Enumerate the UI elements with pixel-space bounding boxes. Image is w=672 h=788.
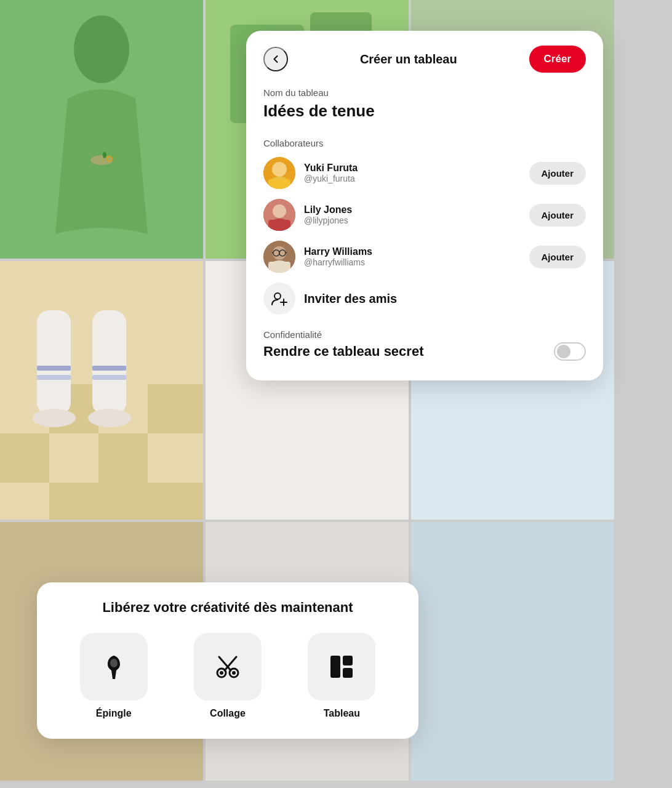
- bg-tile-bot-right: [411, 522, 614, 781]
- privacy-section: Confidentialité Rendre ce tableau secret: [263, 329, 586, 361]
- creative-icons-row: Épingle Collage: [57, 633, 399, 719]
- pin-icon: [99, 652, 129, 681]
- collab-info-harry: Harry Williams @harryfwilliams: [304, 246, 529, 267]
- collage-icon-box: [194, 633, 262, 701]
- svg-rect-21: [0, 483, 49, 520]
- svg-rect-19: [98, 433, 148, 483]
- svg-point-57: [110, 659, 118, 667]
- svg-rect-28: [92, 375, 126, 380]
- board-name-value: Idées de tenue: [263, 102, 586, 121]
- svg-rect-22: [49, 483, 98, 520]
- svg-point-1: [74, 15, 129, 83]
- collab-info-lily: Lily Jones @lilypjones: [304, 204, 529, 225]
- invite-text: Inviter des amis: [304, 292, 397, 306]
- collab-name-harry: Harry Williams: [304, 246, 529, 257]
- collaborators-label: Collaborateurs: [263, 138, 586, 148]
- svg-line-52: [286, 252, 287, 253]
- svg-rect-35: [411, 522, 614, 781]
- svg-point-61: [220, 671, 223, 675]
- add-button-lily[interactable]: Ajouter: [529, 204, 586, 227]
- collab-info-yuki: Yuki Furuta @yuki_furuta: [304, 163, 529, 183]
- avatar-harry: [263, 241, 295, 273]
- svg-rect-16: [148, 384, 203, 433]
- svg-rect-18: [49, 433, 98, 483]
- svg-rect-17: [0, 433, 49, 483]
- svg-rect-23: [37, 310, 71, 415]
- collab-handle-lily: @lilypjones: [304, 215, 529, 225]
- svg-rect-66: [343, 656, 353, 665]
- tableau-icon-box: [308, 633, 375, 701]
- board-name-label: Nom du tableau: [263, 87, 586, 98]
- add-button-harry[interactable]: Ajouter: [529, 246, 586, 268]
- tableau-label: Tableau: [324, 708, 360, 719]
- collaborator-row-yuki: Yuki Furuta @yuki_furuta Ajouter: [263, 157, 586, 189]
- panel-title: Créer un tableau: [360, 52, 457, 66]
- svg-rect-43: [268, 220, 290, 231]
- create-board-panel: Créer un tableau Créer Nom du tableau Id…: [246, 31, 603, 380]
- invite-row[interactable]: Inviter des amis: [263, 283, 586, 315]
- add-button-yuki[interactable]: Ajouter: [529, 162, 586, 185]
- collage-label: Collage: [210, 708, 246, 719]
- svg-rect-24: [92, 310, 126, 415]
- creative-item-collage[interactable]: Collage: [194, 633, 262, 719]
- svg-rect-27: [92, 366, 126, 371]
- epingle-label: Épingle: [96, 708, 132, 719]
- svg-rect-25: [37, 366, 71, 371]
- svg-rect-65: [330, 656, 340, 678]
- collab-handle-harry: @harryfwilliams: [304, 257, 529, 267]
- bg-tile-feet: [0, 261, 203, 520]
- privacy-title: Rendre ce tableau secret: [263, 344, 423, 360]
- create-button[interactable]: Créer: [529, 46, 586, 73]
- creative-card-title: Libérez votre créativité dès maintenant: [57, 600, 399, 616]
- creative-item-epingle[interactable]: Épingle: [80, 633, 148, 719]
- privacy-row: Rendre ce tableau secret: [263, 342, 586, 361]
- svg-rect-20: [148, 433, 203, 483]
- secret-toggle[interactable]: [554, 342, 586, 361]
- svg-point-37: [272, 162, 287, 177]
- scissors-icon: [213, 652, 242, 681]
- collaborator-row-harry: Harry Williams @harryfwilliams Ajouter: [263, 241, 586, 273]
- svg-point-30: [88, 409, 131, 427]
- svg-point-29: [33, 409, 76, 427]
- svg-point-41: [273, 204, 286, 218]
- svg-point-53: [274, 293, 281, 299]
- svg-point-62: [232, 671, 236, 675]
- epingle-icon-box: [80, 633, 148, 701]
- svg-line-51: [272, 252, 273, 253]
- creative-card: Libérez votre créativité dès maintenant …: [37, 582, 418, 739]
- svg-point-4: [103, 152, 106, 158]
- svg-rect-47: [268, 262, 290, 273]
- collab-name-lily: Lily Jones: [304, 204, 529, 215]
- svg-rect-39: [268, 179, 290, 189]
- back-button[interactable]: [263, 47, 288, 71]
- svg-rect-67: [343, 668, 353, 678]
- creative-item-tableau[interactable]: Tableau: [308, 633, 375, 719]
- collaborator-row-lily: Lily Jones @lilypjones Ajouter: [263, 199, 586, 231]
- invite-icon: [263, 283, 295, 315]
- toggle-thumb: [557, 345, 570, 358]
- collab-name-yuki: Yuki Furuta: [304, 163, 529, 174]
- svg-rect-26: [37, 375, 71, 380]
- bg-tile-green-dress: [0, 0, 203, 259]
- panel-header: Créer un tableau Créer: [263, 46, 586, 73]
- avatar-yuki: [263, 157, 295, 189]
- grid-icon: [327, 652, 356, 681]
- privacy-label: Confidentialité: [263, 329, 586, 340]
- collab-handle-yuki: @yuki_furuta: [304, 174, 529, 183]
- avatar-lily: [263, 199, 295, 231]
